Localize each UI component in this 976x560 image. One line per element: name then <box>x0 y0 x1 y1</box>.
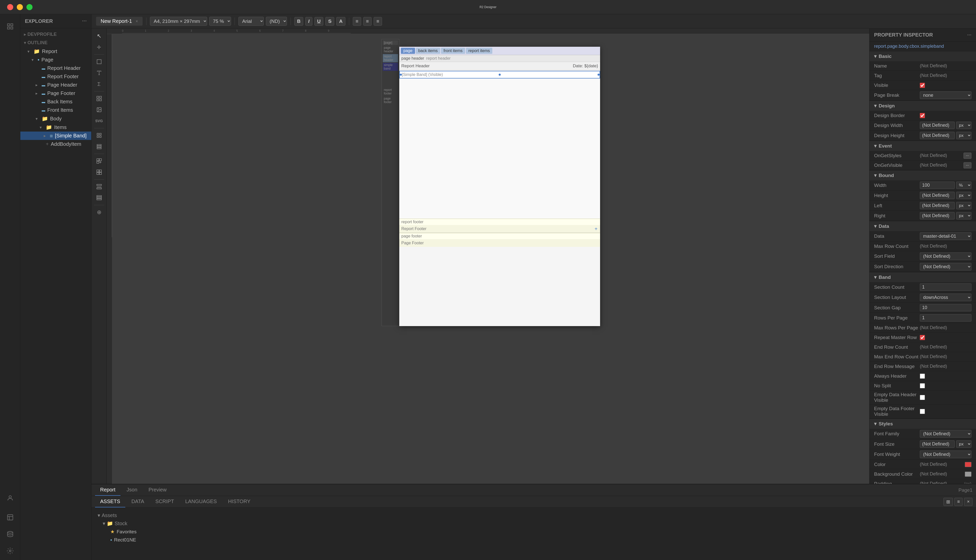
tree-report[interactable]: 📁 Report <box>20 47 91 56</box>
strikethrough-button[interactable]: S <box>325 17 334 26</box>
line-tool[interactable] <box>93 93 105 103</box>
pi-section-bound-header[interactable]: Bound <box>869 170 976 180</box>
no-split-checkbox[interactable] <box>920 383 925 388</box>
tree-report-footer[interactable]: ▬ Report Footer <box>20 72 91 81</box>
tree-page[interactable]: ▪ Page <box>20 56 91 64</box>
data-select[interactable]: master-detail-01 <box>920 232 971 240</box>
bottom-tab-report[interactable]: Report <box>95 484 120 496</box>
reports-icon-btn[interactable] <box>3 510 17 525</box>
maximize-button[interactable] <box>27 4 33 10</box>
font-select[interactable]: Arial <box>238 17 264 26</box>
rect-item[interactable]: ▪ Rect01NE <box>105 536 973 544</box>
ongetvisible-btn[interactable]: ··· <box>964 162 971 168</box>
image-tool[interactable] <box>93 105 105 115</box>
grid-tool-3[interactable] <box>93 156 105 166</box>
design-width-input[interactable] <box>920 122 955 129</box>
devprofile-section[interactable]: DEVPROFILE <box>20 30 91 38</box>
underline-button[interactable]: U <box>314 17 324 26</box>
user-icon-btn[interactable] <box>3 491 17 505</box>
sort-field-select[interactable]: (Not Defined) <box>920 252 971 260</box>
list-view-btn[interactable]: ≡ <box>954 498 963 506</box>
svg-tool[interactable]: SVG <box>93 116 105 126</box>
subtab-history[interactable]: HISTORY <box>223 496 256 507</box>
band-handle-right[interactable] <box>598 73 600 76</box>
align-right-button[interactable]: ≡ <box>374 17 382 26</box>
bold-button[interactable]: B <box>294 17 304 26</box>
band-handle-left[interactable] <box>400 73 402 76</box>
pi-section-basic-header[interactable]: Basic <box>869 51 976 61</box>
tree-report-header[interactable]: ▬ Report Header <box>20 64 91 72</box>
pi-section-data-header[interactable]: Data <box>869 221 976 231</box>
crosshair-tool[interactable]: ⊕ <box>93 207 105 217</box>
rect-tool[interactable] <box>93 57 105 67</box>
section-count-input[interactable] <box>920 283 971 291</box>
font-family-select[interactable]: (Not Defined) <box>920 430 971 438</box>
tree-front-items[interactable]: ▬ Front Items <box>20 106 91 114</box>
left-input[interactable] <box>920 202 955 209</box>
tree-page-header[interactable]: ▬ Page Header <box>20 81 91 89</box>
grid-tool-1[interactable] <box>93 130 105 140</box>
font-size-unit[interactable]: px <box>956 440 971 448</box>
design-width-unit[interactable]: px <box>956 122 971 129</box>
canvas-scroll-area[interactable]: 0 1 2 3 4 5 6 7 8 9 <box>107 28 869 484</box>
italic-button[interactable]: I <box>305 17 312 26</box>
pagebreak-select[interactable]: nonebeforeafter <box>920 92 971 99</box>
select-tool[interactable]: ↖ <box>93 31 105 41</box>
grid-tool-5[interactable] <box>93 182 105 192</box>
sort-dir-select[interactable]: (Not Defined) <box>920 263 971 270</box>
minimize-button[interactable] <box>17 4 23 10</box>
grid-tool-6[interactable] <box>93 193 105 203</box>
report-tab[interactable]: New Report-1 × <box>96 17 142 26</box>
text-tool[interactable] <box>93 68 105 78</box>
subtab-assets[interactable]: ASSETS <box>95 496 125 507</box>
pi-section-event-header[interactable]: Event <box>869 141 976 151</box>
band-handle-center[interactable] <box>499 73 501 76</box>
page-size-select[interactable]: A4, 210mm × 297mm <box>150 17 207 26</box>
settings-icon-btn[interactable] <box>3 544 17 558</box>
tree-body[interactable]: 📁 Body <box>20 114 91 123</box>
align-left-button[interactable]: ≡ <box>353 17 361 26</box>
color-swatch[interactable] <box>965 462 971 467</box>
data-icon-btn[interactable] <box>3 527 17 541</box>
bottom-tab-json[interactable]: Json <box>122 484 142 496</box>
grid-tool-4[interactable] <box>93 167 105 177</box>
explorer-menu-btn[interactable]: ··· <box>82 18 87 24</box>
nav-tab-page[interactable]: page <box>401 48 415 54</box>
tree-page-footer[interactable]: ▬ Page Footer <box>20 89 91 98</box>
always-header-checkbox[interactable] <box>920 373 925 379</box>
tree-add-body-item[interactable]: + AddBodyItem <box>20 140 91 148</box>
right-input[interactable] <box>920 212 955 220</box>
nav-tab-report[interactable]: report items <box>466 48 492 54</box>
repeat-master-checkbox[interactable] <box>920 335 925 340</box>
rows-per-page-input[interactable] <box>920 314 971 322</box>
grid-view-btn[interactable]: ⊞ <box>943 498 953 506</box>
font-size-pi-input[interactable] <box>920 440 955 448</box>
tree-simple-band[interactable]: ⊞ [Simple Band] <box>20 132 91 140</box>
align-center-button[interactable]: ≡ <box>363 17 372 26</box>
ongetstyles-btn[interactable]: ··· <box>964 153 971 159</box>
section-layout-select[interactable]: downAcross <box>920 293 971 301</box>
close-panel-btn[interactable]: × <box>964 498 973 506</box>
width-input[interactable] <box>920 182 955 189</box>
outline-section[interactable]: OUTLINE <box>20 38 91 47</box>
subtab-script[interactable]: SCRIPT <box>150 496 179 507</box>
close-button[interactable] <box>7 4 13 10</box>
add-footer-btn[interactable]: + <box>595 226 598 232</box>
nav-tab-front[interactable]: front items <box>441 48 465 54</box>
pi-section-band-header[interactable]: Band <box>869 272 976 282</box>
right-unit[interactable]: px <box>956 212 971 220</box>
simple-band-body[interactable]: [Simple Band] (Visible) <box>399 71 600 78</box>
tab-close[interactable]: × <box>135 19 138 23</box>
sigma-tool[interactable]: Σ <box>93 79 105 89</box>
favorites-item[interactable]: ★ Favorites <box>105 527 973 536</box>
design-height-input[interactable] <box>920 132 955 139</box>
height-input[interactable] <box>920 192 955 199</box>
empty-header-checkbox[interactable] <box>920 395 925 400</box>
subtab-languages[interactable]: LANGUAGES <box>180 496 222 507</box>
font-weight-select[interactable]: (Not Defined) <box>920 450 971 458</box>
bottom-tab-preview[interactable]: Preview <box>143 484 172 496</box>
section-gap-input[interactable] <box>920 304 971 312</box>
zoom-select[interactable]: 75 % <box>209 17 231 26</box>
left-unit[interactable]: px <box>956 202 971 209</box>
width-unit[interactable]: %px <box>956 182 971 189</box>
